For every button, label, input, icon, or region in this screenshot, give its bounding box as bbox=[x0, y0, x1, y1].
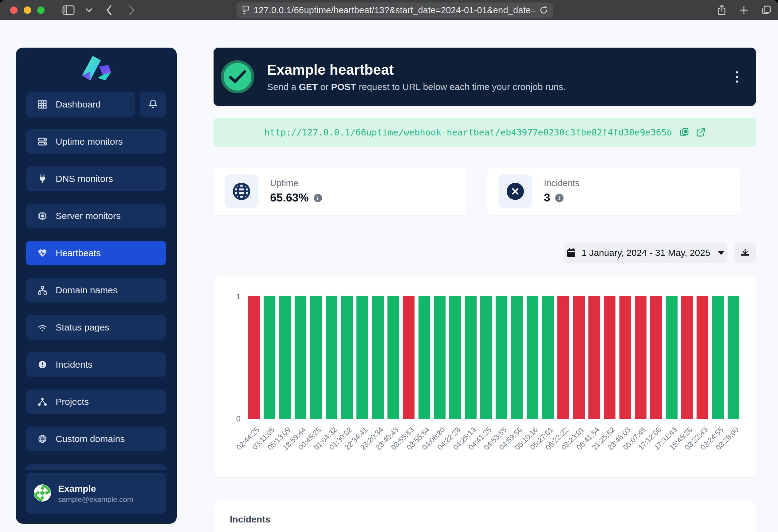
sidebar-toggle-icon[interactable] bbox=[62, 5, 75, 15]
sidebar-item-label: Custom domains bbox=[56, 434, 125, 444]
chart-bar-down[interactable] bbox=[619, 296, 631, 419]
chart-bar-down[interactable] bbox=[635, 296, 646, 419]
nodes-icon bbox=[37, 397, 48, 406]
chart-bar-up[interactable] bbox=[357, 296, 368, 419]
sidebar-item-custom-domains[interactable]: Custom domains bbox=[26, 427, 166, 451]
incidents-stat-card: Incidents 3 i bbox=[487, 167, 740, 215]
server-stack-icon bbox=[37, 137, 48, 146]
sidebar-item-status-pages[interactable]: Status pages bbox=[26, 315, 166, 340]
sidebar-item-uptime-monitors[interactable]: Uptime monitors bbox=[26, 129, 166, 154]
sidebar-item-label: Domain names bbox=[56, 285, 118, 295]
caret-down-icon bbox=[718, 251, 724, 255]
chart-bar-up[interactable] bbox=[387, 296, 399, 419]
sidebar-item-projects[interactable]: Projects bbox=[26, 389, 166, 414]
tab-overview-icon[interactable] bbox=[761, 5, 771, 15]
app-page: Dashboard bbox=[0, 20, 778, 532]
share-icon[interactable] bbox=[717, 5, 726, 16]
chart-bar-down[interactable] bbox=[573, 296, 585, 419]
cpu-icon bbox=[37, 211, 48, 220]
chart-bar-down[interactable] bbox=[557, 296, 569, 419]
chart-bar-up[interactable] bbox=[310, 296, 322, 419]
app-logo[interactable] bbox=[16, 48, 177, 83]
chart-bar-up[interactable] bbox=[465, 296, 477, 419]
close-window-button[interactable] bbox=[10, 6, 17, 14]
signal-icon bbox=[37, 324, 48, 332]
chart-bar-up[interactable] bbox=[264, 296, 275, 419]
new-tab-icon[interactable] bbox=[739, 6, 749, 15]
back-button[interactable] bbox=[106, 5, 112, 15]
page-subtitle: Send a GET or POST request to URL below … bbox=[267, 82, 730, 92]
sidebar-item-dashboard[interactable]: Dashboard bbox=[26, 92, 135, 117]
minimize-window-button[interactable] bbox=[24, 6, 31, 14]
chart-bar-up[interactable] bbox=[480, 296, 492, 419]
exclamation-circle-icon bbox=[37, 360, 48, 369]
toolbar-divider bbox=[81, 6, 81, 15]
chart-bar-up[interactable] bbox=[372, 296, 384, 419]
chart-plot-area bbox=[246, 296, 741, 419]
chart-bar-down[interactable] bbox=[248, 296, 260, 419]
bell-icon bbox=[149, 99, 157, 110]
sidebar-item-label: Heartbeats bbox=[56, 248, 101, 258]
sidebar-item-label: Status pages bbox=[56, 322, 109, 333]
chart-bar-up[interactable] bbox=[666, 296, 678, 419]
heartbeat-history-chart: 1 0 02:44:2503:11:0505:13:0918:59:4400:4… bbox=[214, 276, 756, 477]
forward-button[interactable] bbox=[129, 5, 135, 15]
chart-bar-down[interactable] bbox=[589, 296, 600, 419]
reload-icon[interactable] bbox=[540, 6, 548, 15]
chart-bar-up[interactable] bbox=[527, 296, 538, 419]
webhook-url-link[interactable]: http://127.0.0.1/66uptime/webhook-heartb… bbox=[264, 127, 672, 138]
page-settings-icon[interactable] bbox=[241, 6, 250, 15]
chart-bar-down[interactable] bbox=[697, 296, 708, 419]
user-profile-card[interactable]: Example sample@example.com bbox=[26, 473, 166, 514]
sidebar-item-label: Server monitors bbox=[56, 211, 121, 221]
external-link-icon[interactable] bbox=[697, 128, 705, 137]
chart-bar-down[interactable] bbox=[403, 296, 414, 419]
sidebar: Dashboard bbox=[16, 48, 177, 524]
globe-icon bbox=[37, 435, 48, 443]
sidebar-item-label: Uptime monitors bbox=[56, 137, 123, 147]
chart-bar-up[interactable] bbox=[279, 296, 291, 419]
stat-label: Incidents bbox=[544, 178, 579, 188]
chart-bar-down[interactable] bbox=[604, 296, 615, 419]
y-axis-tick-max: 1 bbox=[228, 292, 241, 301]
chart-bar-up[interactable] bbox=[727, 296, 739, 419]
sidebar-item-incidents[interactable]: Incidents bbox=[26, 352, 166, 377]
chart-bar-up[interactable] bbox=[326, 296, 337, 419]
chart-bar-up[interactable] bbox=[495, 296, 507, 419]
globe-icon bbox=[225, 174, 258, 208]
chart-bar-down[interactable] bbox=[681, 296, 693, 419]
grid-icon bbox=[37, 100, 48, 109]
url-faded-tail: = bbox=[531, 5, 536, 15]
sidebar-item-label: Incidents bbox=[56, 359, 92, 370]
zoom-window-button[interactable] bbox=[37, 6, 45, 14]
chart-bar-up[interactable] bbox=[542, 296, 554, 419]
chart-bar-up[interactable] bbox=[295, 296, 306, 419]
sidebar-item-heartbeats[interactable]: Heartbeats bbox=[26, 241, 166, 265]
sidebar-item-clipped[interactable] bbox=[26, 464, 166, 470]
sidebar-item-dns-monitors[interactable]: DNS monitors bbox=[26, 167, 166, 191]
notifications-button[interactable] bbox=[140, 92, 166, 117]
chart-bar-up[interactable] bbox=[341, 296, 353, 419]
chart-bar-down[interactable] bbox=[650, 296, 662, 419]
chart-bar-up[interactable] bbox=[449, 296, 461, 419]
download-button[interactable] bbox=[734, 243, 756, 263]
chart-bar-up[interactable] bbox=[511, 296, 523, 419]
chart-bar-up[interactable] bbox=[712, 296, 724, 419]
chart-bar-up[interactable] bbox=[418, 296, 430, 419]
date-range-picker[interactable]: 1 January, 2024 - 31 May, 2025 bbox=[564, 243, 727, 263]
address-bar[interactable]: 127.0.0.1/66uptime/heartbeat/13?&start_d… bbox=[237, 2, 553, 18]
chevron-down-icon[interactable] bbox=[86, 8, 92, 12]
sidebar-item-domain-names[interactable]: Domain names bbox=[26, 278, 166, 302]
url-text: 127.0.0.1/66uptime/heartbeat/13?&start_d… bbox=[250, 5, 540, 15]
sidebar-item-label: DNS monitors bbox=[56, 174, 113, 184]
webhook-url-bar: http://127.0.0.1/66uptime/webhook-heartb… bbox=[214, 118, 756, 147]
uptime-stat-card: Uptime 65.63% i bbox=[214, 167, 466, 215]
sidebar-item-server-monitors[interactable]: Server monitors bbox=[26, 204, 166, 228]
incidents-section: Incidents bbox=[214, 501, 756, 532]
info-icon[interactable]: i bbox=[555, 194, 563, 202]
options-menu-button[interactable] bbox=[730, 66, 744, 88]
chart-bar-up[interactable] bbox=[434, 296, 446, 419]
info-icon[interactable]: i bbox=[314, 194, 322, 202]
plug-icon bbox=[37, 174, 48, 183]
copy-icon[interactable] bbox=[680, 128, 689, 137]
